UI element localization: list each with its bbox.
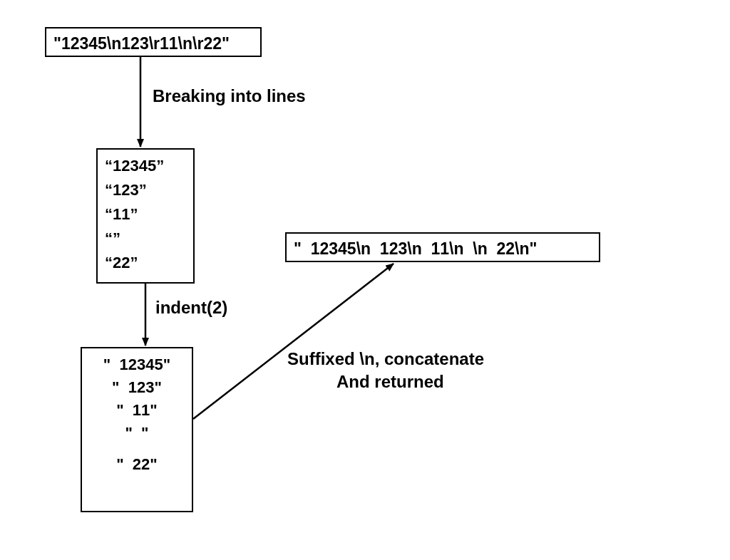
label-suffix-concat: Suffixed \n, concatenate [287,349,484,369]
label-and-returned: And returned [336,372,444,392]
indented-line-5: " 22" [116,455,158,474]
indented-lines-box: " 12345" " 123" " 11" " " " 22" [81,347,193,512]
output-string-box: " 12345\n 123\n 11\n \n 22\n" [285,232,600,262]
output-string-text: " 12345\n 123\n 11\n \n 22\n" [287,234,599,264]
indented-line-2: " 123" [112,378,162,397]
input-string-box: "12345\n123\r11\n\r22" [45,27,262,57]
indented-lines-list: " 12345" " 123" " 11" " " " 22" [82,348,192,478]
indented-line-3: " 11" [116,401,158,420]
label-breaking-lines: Breaking into lines [153,86,306,106]
label-indent: indent(2) [155,298,227,318]
arrow-indent-to-output [193,264,394,419]
split-lines-box: “12345” “123” “11” “” “22” [96,148,195,284]
indented-line-1: " 12345" [103,356,170,374]
split-lines-list: “12345” “123” “11” “” “22” [98,150,193,279]
input-string-text: "12345\n123\r11\n\r22" [46,28,260,59]
indented-line-4: " " [125,424,148,442]
